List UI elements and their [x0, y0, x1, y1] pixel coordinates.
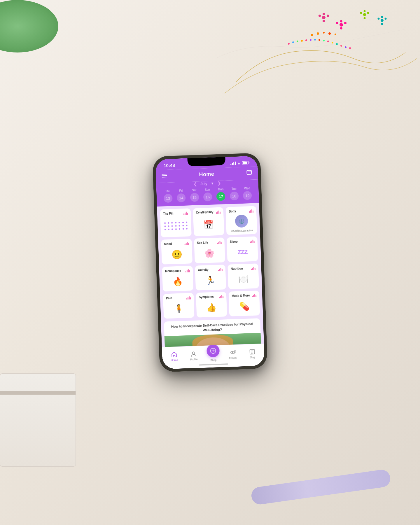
svg-point-33	[323, 40, 325, 41]
nutrition-title: Nutrition	[231, 267, 243, 270]
calendar-button[interactable]	[246, 169, 252, 176]
body-circle: ⚖️	[235, 214, 248, 228]
home-icon	[171, 351, 178, 358]
svg-point-9	[340, 27, 342, 29]
svg-point-19	[381, 23, 383, 25]
calendar-day-mon-today[interactable]: Mon 17	[216, 188, 225, 201]
menopause-chart-icon	[185, 268, 190, 272]
svg-rect-51	[250, 349, 255, 354]
sleep-card[interactable]: Sleep ZZZ	[227, 236, 258, 262]
calendar-day-thu[interactable]: Thu 13	[163, 189, 173, 203]
prev-month-button[interactable]: ❮	[193, 181, 197, 186]
body-card[interactable]: Body ⚖️	[226, 206, 257, 235]
status-time: 10:48	[164, 163, 175, 168]
month-dropdown-icon[interactable]: ▼	[211, 181, 214, 185]
nav-forum[interactable]: Forum	[225, 349, 240, 360]
symptoms-title: Symptoms	[199, 295, 214, 299]
next-month-button[interactable]: ❯	[217, 181, 221, 186]
svg-point-38	[345, 46, 346, 48]
svg-point-1	[318, 15, 321, 17]
sleep-icon: ZZZ	[237, 249, 247, 256]
body-weight-icon: ⚖️	[238, 218, 244, 224]
calendar-day-sat[interactable]: Sat 15	[190, 188, 199, 202]
nav-home-label: Home	[171, 358, 178, 362]
pain-icon: 🧍	[174, 304, 184, 314]
signal-icon	[230, 161, 236, 165]
svg-point-20	[311, 34, 313, 36]
phone-notch	[187, 157, 225, 167]
svg-point-4	[323, 20, 325, 22]
phone: 10:48 ▲	[152, 153, 268, 372]
svg-point-18	[381, 16, 383, 18]
svg-point-15	[381, 19, 384, 22]
activity-icon: 🏃	[205, 275, 216, 285]
app-screen: 10:48 ▲	[155, 156, 265, 369]
pen-decoration	[250, 469, 391, 505]
profile-icon	[190, 351, 197, 357]
svg-point-8	[340, 20, 342, 22]
mood-icon: 😐	[171, 249, 182, 260]
pain-chart-icon	[186, 295, 191, 300]
svg-point-39	[349, 47, 351, 49]
calendar-day-fri[interactable]: Fri 14	[176, 189, 186, 202]
symptoms-card[interactable]: Symptoms 👍	[196, 292, 227, 318]
svg-line-43	[247, 172, 251, 172]
the-pill-title: The Pill	[163, 212, 174, 215]
pill-dots-grid	[163, 221, 188, 231]
svg-point-7	[344, 22, 346, 24]
svg-point-35	[332, 42, 333, 43]
svg-point-11	[360, 12, 362, 14]
svg-point-5	[340, 23, 343, 27]
pain-card[interactable]: Pain 🧍	[163, 293, 195, 319]
svg-point-17	[385, 18, 387, 20]
calendar-day-wed[interactable]: Wed 19	[243, 187, 252, 200]
svg-point-27	[297, 41, 298, 42]
bottom-navigation: Home Profile	[162, 344, 265, 369]
svg-point-22	[323, 32, 325, 34]
mood-card[interactable]: Mood 😐	[161, 239, 192, 265]
nav-blog-label: Blog	[250, 356, 255, 359]
svg-point-28	[301, 40, 303, 42]
svg-point-32	[318, 39, 320, 41]
svg-point-12	[367, 12, 369, 14]
green-bowl-decoration	[0, 0, 58, 52]
svg-point-31	[314, 39, 316, 41]
nav-profile-label: Profile	[190, 358, 198, 361]
nav-home[interactable]: Home	[167, 351, 182, 362]
cycle-fertility-card[interactable]: Cyle/Fertility 📅	[193, 207, 224, 236]
activity-card[interactable]: Activity 🏃	[195, 265, 226, 290]
cycle-chart-icon	[216, 210, 220, 214]
calendar-day-tue[interactable]: Tue 18	[230, 187, 239, 200]
sex-life-card[interactable]: Sex Life 🌸	[194, 237, 225, 263]
cycle-fertility-icon: 📅	[203, 220, 214, 230]
phone-shell: 10:48 ▲	[152, 153, 268, 372]
the-pill-card[interactable]: The Pill	[160, 208, 192, 237]
main-scroll-area[interactable]: ❮ July ▼ ❯ Thu 13 Fri	[156, 179, 264, 347]
calendar-day-sun[interactable]: Sun 16	[203, 188, 212, 202]
nav-blog[interactable]: Blog	[245, 348, 260, 359]
svg-point-36	[336, 43, 338, 45]
meds-chart-icon	[252, 293, 256, 298]
nav-shop[interactable]: Shop	[206, 348, 221, 362]
menu-button[interactable]	[162, 174, 167, 178]
svg-point-26	[292, 41, 294, 43]
shop-button[interactable]	[206, 344, 220, 358]
body-chart-icon	[249, 209, 253, 213]
svg-rect-40	[247, 170, 251, 175]
svg-point-34	[327, 41, 329, 42]
menopause-icon: 🔥	[172, 276, 183, 286]
svg-point-10	[363, 13, 366, 16]
body-title: Body	[229, 209, 236, 213]
menopause-card[interactable]: Menopause 🔥	[162, 266, 193, 292]
nutrition-card[interactable]: Nutrition 🍽️	[228, 263, 259, 289]
svg-point-44	[192, 352, 195, 354]
status-icons: ▲	[230, 161, 249, 165]
article-card[interactable]: How to Incorporate Self-Care Practices f…	[164, 318, 262, 347]
nutrition-chart-icon	[251, 266, 255, 270]
nav-profile[interactable]: Profile	[186, 350, 201, 361]
mood-chart-icon	[184, 241, 189, 246]
meds-more-card[interactable]: Meds & More 💊	[229, 290, 260, 316]
sex-life-chart-icon	[217, 240, 222, 244]
svg-point-0	[322, 16, 326, 19]
nutrition-icon: 🍽️	[238, 274, 249, 284]
